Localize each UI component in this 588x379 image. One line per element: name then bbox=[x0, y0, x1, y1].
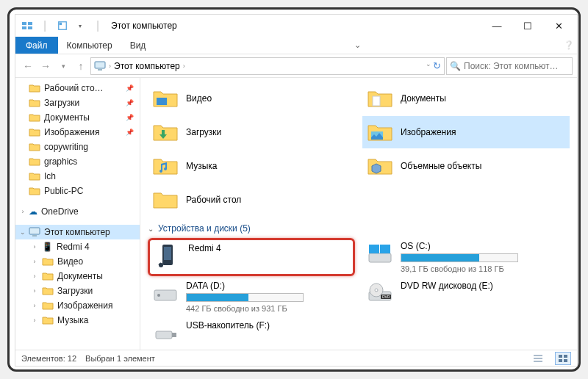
titlebar[interactable]: | ▾ | Этот компьютер — ☐ ✕ bbox=[15, 15, 577, 37]
folder-icon bbox=[29, 112, 40, 123]
svg-rect-31 bbox=[564, 359, 567, 362]
pin-icon: 📌 bbox=[126, 99, 134, 107]
group-header-devices[interactable]: ⌄ Устройства и диски (5) bbox=[148, 223, 570, 234]
svg-rect-16 bbox=[369, 253, 391, 262]
view-details-button[interactable] bbox=[530, 352, 546, 365]
search-icon: 🔍 bbox=[450, 61, 461, 71]
chevron-right-icon[interactable]: › bbox=[30, 302, 39, 309]
window-title: Этот компьютер bbox=[111, 21, 177, 31]
close-button[interactable]: ✕ bbox=[543, 15, 574, 36]
tab-computer[interactable]: Компьютер bbox=[58, 37, 121, 54]
address-dropdown-icon[interactable]: ⌄ bbox=[426, 60, 431, 71]
folder-video[interactable]: Видео bbox=[148, 82, 355, 115]
drive-os-c[interactable]: OS (C:) 39,1 ГБ свободно из 118 ГБ bbox=[362, 238, 570, 276]
dropdown-icon[interactable]: ▾ bbox=[74, 20, 86, 32]
dvd-icon: DVD bbox=[367, 281, 393, 307]
toolbar-separator: | bbox=[92, 20, 104, 32]
nav-back-icon[interactable]: ← bbox=[20, 57, 36, 75]
chevron-right-icon[interactable]: › bbox=[30, 272, 39, 280]
minimize-button[interactable]: — bbox=[481, 15, 512, 36]
search-box[interactable]: 🔍 bbox=[446, 57, 573, 75]
sidebar-item-thispc[interactable]: ⌄Этот компьютер bbox=[15, 225, 140, 239]
nav-tree[interactable]: Рабочий сто…📌 Загрузки📌 Документы📌 Изобр… bbox=[15, 78, 140, 350]
status-selected: Выбран 1 элемент bbox=[85, 354, 155, 363]
folder-pictures[interactable]: Изображения bbox=[362, 116, 570, 148]
sidebar-item-music2[interactable]: ›Музыка bbox=[15, 313, 140, 328]
content-pane[interactable]: Видео Документы Загрузки Изображения Муз… bbox=[140, 78, 577, 350]
chevron-right-icon[interactable]: › bbox=[30, 317, 39, 324]
pin-icon: 📌 bbox=[126, 114, 134, 121]
folder-icon bbox=[42, 315, 54, 325]
svg-rect-29 bbox=[564, 355, 567, 358]
sidebar-item-redmi4[interactable]: ›📱Redmi 4 bbox=[15, 239, 140, 254]
tab-file[interactable]: Файл bbox=[15, 37, 58, 54]
hdd-icon bbox=[152, 281, 179, 307]
tab-view[interactable]: Вид bbox=[121, 37, 155, 54]
svg-rect-14 bbox=[164, 247, 171, 260]
ribbon-expand-icon[interactable]: ⌄ bbox=[350, 37, 366, 54]
drive-data-d[interactable]: DATA (D:) 442 ГБ свободно из 931 ГБ bbox=[148, 278, 355, 316]
pin-icon: 📌 bbox=[126, 129, 134, 136]
chevron-right-icon[interactable]: › bbox=[18, 208, 27, 215]
sidebar-item-documents2[interactable]: ›Документы bbox=[15, 269, 140, 284]
address-bar[interactable]: › Этот компьютер › ⌄ ↻ bbox=[90, 57, 445, 75]
capacity-bar bbox=[401, 253, 518, 262]
nav-up-icon[interactable]: ↑ bbox=[73, 57, 89, 75]
sidebar-item-pictures[interactable]: Изображения📌 bbox=[15, 125, 140, 140]
svg-rect-0 bbox=[22, 22, 26, 25]
thispc-icon bbox=[29, 227, 40, 237]
chevron-right-icon[interactable]: › bbox=[109, 62, 111, 70]
chevron-right-icon[interactable]: › bbox=[183, 62, 185, 70]
search-input[interactable] bbox=[464, 61, 569, 71]
sidebar-item-downloads[interactable]: Загрузки📌 bbox=[15, 95, 140, 110]
folder-3dobjects[interactable]: Объемные объекты bbox=[362, 150, 570, 182]
chevron-down-icon[interactable]: ⌄ bbox=[18, 228, 27, 236]
drive-dvd-e[interactable]: DVD DVD RW дисковод (E:) bbox=[362, 278, 570, 316]
sidebar-item-copywriting[interactable]: copywriting bbox=[15, 140, 140, 154]
nav-recent-icon[interactable]: ▾ bbox=[55, 57, 71, 75]
device-redmi4[interactable]: Redmi 4 bbox=[148, 238, 355, 276]
sidebar-item-graphics[interactable]: graphics bbox=[15, 154, 140, 169]
chevron-right-icon[interactable]: › bbox=[30, 243, 39, 250]
chevron-right-icon[interactable]: › bbox=[30, 287, 39, 295]
sidebar-item-ich[interactable]: Ich bbox=[15, 169, 140, 184]
view-tiles-button[interactable] bbox=[555, 352, 571, 365]
svg-rect-10 bbox=[157, 98, 167, 105]
svg-rect-2 bbox=[22, 26, 26, 29]
sidebar-item-publicpc[interactable]: Public-PC bbox=[15, 184, 140, 198]
nav-toolbar: ← → ▾ ↑ › Этот компьютер › ⌄ ↻ 🔍 bbox=[15, 54, 577, 78]
folder-documents[interactable]: Документы bbox=[362, 82, 570, 115]
refresh-icon[interactable]: ↻ bbox=[433, 60, 441, 71]
folder-icon bbox=[29, 186, 40, 196]
svg-rect-18 bbox=[380, 245, 390, 253]
usb-icon bbox=[152, 320, 179, 347]
sidebar-item-pictures2[interactable]: ›Изображения bbox=[15, 298, 140, 313]
sidebar-item-downloads2[interactable]: ›Загрузки bbox=[15, 284, 140, 298]
chevron-down-icon[interactable]: ⌄ bbox=[148, 225, 154, 233]
quickaccess-icon bbox=[21, 20, 33, 32]
chevron-right-icon[interactable]: › bbox=[30, 258, 39, 265]
help-icon[interactable]: ❔ bbox=[561, 37, 577, 54]
folder-icon bbox=[367, 85, 393, 112]
folder-icon bbox=[152, 187, 179, 213]
sidebar-item-onedrive[interactable]: ›☁OneDrive bbox=[15, 204, 140, 219]
svg-rect-8 bbox=[29, 228, 40, 234]
maximize-button[interactable]: ☐ bbox=[512, 15, 543, 36]
svg-rect-9 bbox=[32, 235, 37, 237]
folder-downloads[interactable]: Загрузки bbox=[148, 116, 355, 148]
folder-icon bbox=[367, 153, 393, 179]
drive-usb-f[interactable]: USB-накопитель (F:) bbox=[148, 317, 355, 350]
folder-icon bbox=[29, 156, 40, 167]
svg-rect-7 bbox=[98, 69, 102, 71]
folder-icon bbox=[42, 256, 54, 267]
folder-icon bbox=[42, 286, 54, 296]
sidebar-item-video[interactable]: ›Видео bbox=[15, 254, 140, 269]
nav-forward-icon[interactable]: → bbox=[37, 57, 54, 75]
svg-rect-6 bbox=[95, 62, 105, 68]
folder-desktop[interactable]: Рабочий стол bbox=[148, 184, 355, 216]
breadcrumb[interactable]: Этот компьютер bbox=[114, 61, 180, 71]
sidebar-item-documents[interactable]: Документы📌 bbox=[15, 110, 140, 125]
properties-icon[interactable] bbox=[57, 20, 68, 32]
folder-music[interactable]: Музыка bbox=[148, 150, 355, 182]
sidebar-item-desktop[interactable]: Рабочий сто…📌 bbox=[15, 81, 140, 95]
